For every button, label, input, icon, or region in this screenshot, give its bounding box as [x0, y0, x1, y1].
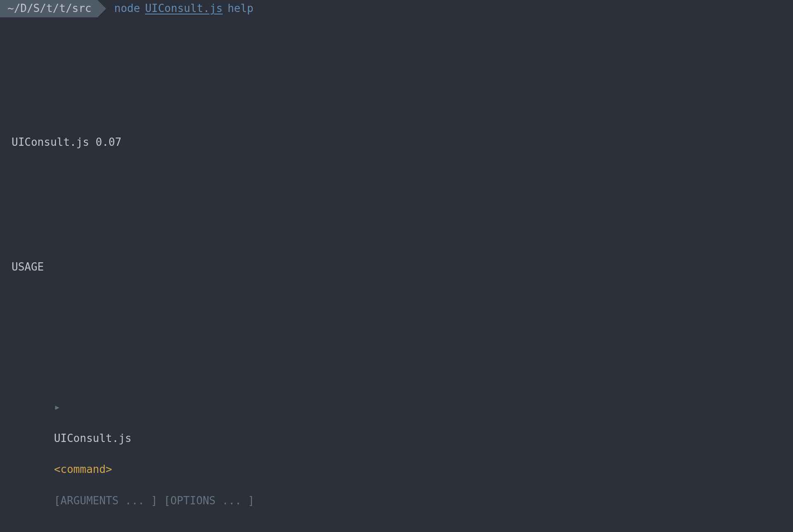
prompt-command: node UIConsult.js help [106, 1, 254, 17]
prompt-node: node [114, 1, 140, 17]
prompt-path-segment: ~/D/S/t/t/src [0, 0, 97, 17]
usage-arrow-icon: ▸ [54, 401, 61, 413]
usage-heading: USAGE [12, 259, 781, 275]
terminal-output: UIConsult.js 0.07 USAGE ▸ UIConsult.js <… [0, 17, 793, 532]
program-title: UIConsult.js 0.07 [12, 135, 781, 150]
shell-prompt: ~/D/S/t/t/src node UIConsult.js help [0, 0, 793, 17]
usage-tail: [ARGUMENTS ... ] [OPTIONS ... ] [54, 494, 254, 507]
powerline-arrow-icon [97, 0, 106, 17]
usage-command-placeholder: <command> [54, 463, 112, 475]
prompt-arg: help [228, 1, 254, 17]
usage-program: UIConsult.js [54, 432, 132, 444]
prompt-path: ~/D/S/t/t/src [7, 1, 92, 17]
usage-line: ▸ UIConsult.js <command> [ARGUMENTS ... … [12, 384, 781, 524]
prompt-script: UIConsult.js [145, 1, 223, 17]
